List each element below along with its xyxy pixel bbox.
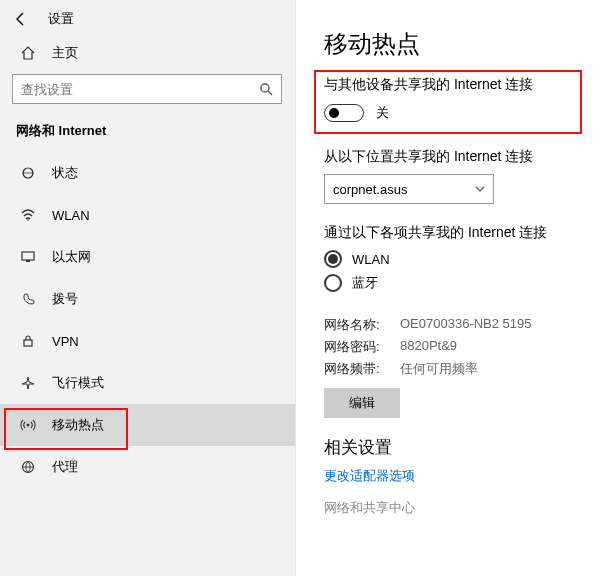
home-label: 主页	[52, 44, 78, 62]
window-title: 设置	[48, 10, 74, 28]
dialup-icon	[16, 291, 40, 307]
radio-wlan-row[interactable]: WLAN	[324, 250, 585, 268]
nav-label: 状态	[52, 164, 78, 182]
nav-home[interactable]: 主页	[0, 34, 295, 74]
net-pwd-key: 网络密码:	[324, 338, 400, 356]
back-icon[interactable]	[12, 11, 30, 27]
home-icon	[16, 45, 40, 61]
net-pwd-value: 8820Pt&9	[400, 338, 457, 356]
share-via-label: 通过以下各项共享我的 Internet 连接	[324, 224, 585, 242]
svg-rect-5	[26, 260, 30, 262]
highlight-share-box: 与其他设备共享我的 Internet 连接 关	[314, 70, 582, 134]
radio-bluetooth-row[interactable]: 蓝牙	[324, 274, 585, 292]
share-from-combo[interactable]: corpnet.asus	[324, 174, 494, 204]
ethernet-icon	[16, 249, 40, 265]
nav-label: 拨号	[52, 290, 78, 308]
svg-point-0	[261, 84, 269, 92]
toggle-state-label: 关	[376, 104, 389, 122]
share-from-label: 从以下位置共享我的 Internet 连接	[324, 148, 585, 166]
svg-line-1	[268, 91, 272, 95]
nav-label: 代理	[52, 458, 78, 476]
net-band-value: 任何可用频率	[400, 360, 478, 378]
search-icon	[259, 82, 273, 96]
nav-item-hotspot[interactable]: 移动热点	[0, 404, 295, 446]
wifi-icon	[16, 207, 40, 223]
nav-label: VPN	[52, 334, 79, 349]
nav-label: 移动热点	[52, 416, 104, 434]
nav-item-status[interactable]: 状态	[0, 152, 295, 194]
net-name-value: OE0700336-NB2 5195	[400, 316, 532, 334]
nav-item-ethernet[interactable]: 以太网	[0, 236, 295, 278]
svg-rect-4	[22, 252, 34, 260]
related-header: 相关设置	[324, 436, 585, 459]
page-title: 移动热点	[324, 28, 585, 60]
link-sharing-center[interactable]: 网络和共享中心	[324, 499, 585, 517]
edit-button[interactable]: 编辑	[324, 388, 400, 418]
airplane-icon	[16, 375, 40, 391]
radio-bluetooth-label: 蓝牙	[352, 274, 378, 292]
svg-point-3	[27, 219, 29, 221]
nav-item-dialup[interactable]: 拨号	[0, 278, 295, 320]
nav-label: 以太网	[52, 248, 91, 266]
nav-item-airplane[interactable]: 飞行模式	[0, 362, 295, 404]
hotspot-icon	[16, 417, 40, 433]
radio-wlan[interactable]	[324, 250, 342, 268]
nav-item-wlan[interactable]: WLAN	[0, 194, 295, 236]
net-band-key: 网络频带:	[324, 360, 400, 378]
proxy-icon	[16, 459, 40, 475]
svg-rect-6	[24, 340, 32, 346]
share-label: 与其他设备共享我的 Internet 连接	[324, 76, 572, 94]
radio-bluetooth[interactable]	[324, 274, 342, 292]
combo-value: corpnet.asus	[333, 182, 407, 197]
nav-item-vpn[interactable]: VPN	[0, 320, 295, 362]
svg-point-7	[27, 424, 30, 427]
vpn-icon	[16, 333, 40, 349]
link-adapter-options[interactable]: 更改适配器选项	[324, 467, 585, 485]
section-header: 网络和 Internet	[0, 114, 295, 146]
nav-label: WLAN	[52, 208, 90, 223]
search-input-container[interactable]	[12, 74, 282, 104]
status-icon	[16, 165, 40, 181]
nav-label: 飞行模式	[52, 374, 104, 392]
radio-wlan-label: WLAN	[352, 252, 390, 267]
search-input[interactable]	[21, 82, 241, 97]
chevron-down-icon	[475, 184, 485, 194]
share-toggle[interactable]	[324, 104, 364, 122]
net-name-key: 网络名称:	[324, 316, 400, 334]
nav-item-proxy[interactable]: 代理	[0, 446, 295, 488]
